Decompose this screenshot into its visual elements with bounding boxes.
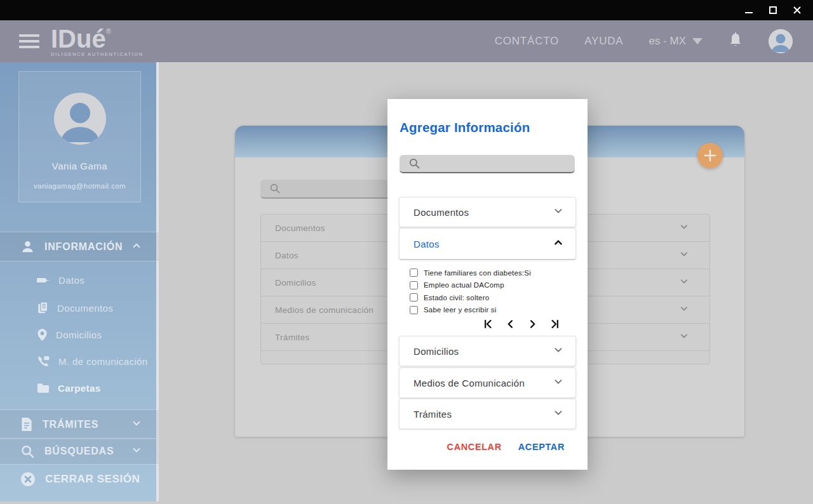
- datos-icon: [37, 275, 50, 285]
- accept-button[interactable]: ACEPTAR: [518, 442, 565, 452]
- chevron-down-icon: [678, 248, 690, 263]
- item-label: Documentos: [57, 303, 113, 314]
- panel-documentos[interactable]: Documentos: [399, 197, 576, 227]
- option-label: Tiene familiares con diabetes:Si: [424, 269, 531, 277]
- logout-label: CERRAR SESIÓN: [45, 473, 140, 486]
- dialog-search-input[interactable]: [427, 159, 560, 168]
- chevron-down-icon: [131, 444, 142, 458]
- option-estado-civil[interactable]: Estado civil: soltero: [410, 293, 531, 302]
- next-page-icon[interactable]: [526, 317, 539, 330]
- panel-label: Domicilios: [413, 346, 459, 357]
- checkbox[interactable]: [410, 269, 418, 277]
- chevron-down-icon: [551, 406, 565, 422]
- section-label: BÚSQUEDAS: [44, 446, 114, 457]
- option-label: Sabe leer y escribir si: [424, 306, 497, 314]
- item-label: Domicilios: [56, 329, 102, 340]
- item-label: Datos: [58, 275, 84, 286]
- datos-options-list: Tiene familiares con diabetes:Si Empleo …: [410, 269, 531, 314]
- last-page-icon[interactable]: [548, 317, 561, 330]
- sidebar-item-datos[interactable]: Datos: [0, 267, 159, 293]
- nav-contacto[interactable]: CONTÁCTO: [495, 35, 559, 48]
- previous-page-icon[interactable]: [504, 317, 516, 330]
- caret-down-icon: [692, 38, 702, 44]
- sidebar-item-carpetas[interactable]: Carpetas: [0, 375, 159, 401]
- folder-icon: [37, 383, 50, 394]
- section-label: INFORMACIÓN: [44, 241, 123, 253]
- chevron-down-icon: [678, 220, 690, 235]
- cancel-button[interactable]: CANCELAR: [447, 442, 502, 452]
- section-label: TRÁMITES: [43, 419, 98, 430]
- language-selector[interactable]: es - MX: [648, 35, 702, 48]
- window-titlebar: [0, 0, 813, 20]
- dialog-title: Agregar Información: [400, 120, 530, 135]
- panel-label: Datos: [413, 239, 440, 249]
- sidebar-section-busquedas[interactable]: BÚSQUEDAS: [0, 438, 159, 465]
- dialog-search-field[interactable]: [400, 155, 575, 173]
- registered-mark: ®: [106, 27, 111, 35]
- option-sabe-leer[interactable]: Sabe leer y escribir si: [410, 306, 531, 314]
- person-icon: [20, 239, 35, 254]
- chevron-up-icon: [131, 240, 142, 254]
- panel-medios-comunicacion[interactable]: Medios de Comunicación: [399, 368, 576, 398]
- option-empleo[interactable]: Empleo actual DAComp: [410, 281, 531, 289]
- pagination: [387, 317, 576, 330]
- sidebar-section-tramites[interactable]: TRÁMITES: [0, 409, 159, 439]
- chevron-down-icon: [551, 204, 565, 220]
- chevron-up-icon: [551, 235, 565, 252]
- sidebar: Vania Gama vaniagamag@hotmail.com INFORM…: [0, 62, 159, 501]
- option-label: Empleo actual DAComp: [424, 281, 504, 289]
- profile-avatar: [54, 93, 106, 145]
- panel-label: Documentos: [413, 207, 469, 218]
- user-avatar[interactable]: [769, 29, 793, 53]
- add-button[interactable]: [697, 143, 723, 168]
- header-nav: CONTÁCTO AYUDA es - MX: [495, 29, 813, 53]
- dialog-actions: CANCELAR ACEPTAR: [447, 442, 565, 452]
- close-icon[interactable]: [791, 4, 803, 16]
- document-icon: [20, 417, 33, 432]
- row-label: Datos: [275, 251, 299, 260]
- panel-tramites[interactable]: Trámites: [399, 399, 576, 429]
- chevron-down-icon: [131, 418, 142, 432]
- app-header: IDué® DILIGENCE AUTHENTICATION CONTÁCTO …: [0, 20, 813, 62]
- item-label: Carpetas: [58, 383, 100, 394]
- brand-logo: IDué® DILIGENCE AUTHENTICATION: [51, 26, 144, 57]
- profile-name: Vania Gama: [52, 161, 107, 171]
- panel-domicilios[interactable]: Domicilios: [399, 336, 576, 366]
- chevron-down-icon: [551, 343, 565, 359]
- search-icon: [408, 157, 420, 169]
- brand-subtitle: DILIGENCE AUTHENTICATION: [51, 52, 144, 57]
- notifications-bell-icon[interactable]: [728, 32, 743, 51]
- app-window: IDué® DILIGENCE AUTHENTICATION CONTÁCTO …: [0, 0, 813, 504]
- checkbox[interactable]: [410, 306, 418, 314]
- chevron-down-icon: [678, 275, 690, 290]
- maximize-icon[interactable]: [767, 4, 779, 16]
- sidebar-item-comunicacion[interactable]: M. de comunicación: [0, 348, 159, 375]
- search-icon: [269, 183, 281, 194]
- first-page-icon[interactable]: [481, 317, 494, 330]
- panel-datos[interactable]: Datos: [399, 228, 576, 260]
- option-diabetes[interactable]: Tiene familiares con diabetes:Si: [410, 269, 531, 277]
- checkbox[interactable]: [410, 281, 418, 289]
- sidebar-item-documentos[interactable]: Documentos: [0, 295, 159, 321]
- item-label: M. de comunicación: [58, 356, 148, 367]
- brand-name: IDué: [51, 25, 106, 53]
- sidebar-logout[interactable]: CERRAR SESIÓN: [0, 466, 159, 493]
- panel-label: Trámites: [413, 409, 452, 420]
- option-label: Estado civil: soltero: [424, 294, 489, 302]
- documents-icon: [37, 302, 49, 314]
- agregar-informacion-dialog: Agregar Información Documentos Datos Tie…: [387, 99, 588, 470]
- close-circle-icon: [20, 472, 36, 487]
- menu-icon[interactable]: [19, 34, 39, 48]
- nav-ayuda[interactable]: AYUDA: [584, 35, 623, 48]
- row-label: Medios de comunicación: [275, 305, 373, 315]
- row-label: Documentos: [275, 223, 325, 233]
- chevron-down-icon: [551, 375, 565, 391]
- profile-email: vaniagamag@hotmail.com: [34, 182, 126, 190]
- sidebar-section-informacion[interactable]: INFORMACIÓN: [0, 232, 159, 262]
- minimize-icon[interactable]: [743, 4, 755, 16]
- row-label: Trámites: [275, 333, 309, 342]
- checkbox[interactable]: [410, 293, 418, 302]
- sidebar-item-domicilios[interactable]: Domicilios: [0, 321, 159, 348]
- profile-card: Vania Gama vaniagamag@hotmail.com: [18, 71, 141, 202]
- panel-label: Medios de Comunicación: [413, 378, 525, 388]
